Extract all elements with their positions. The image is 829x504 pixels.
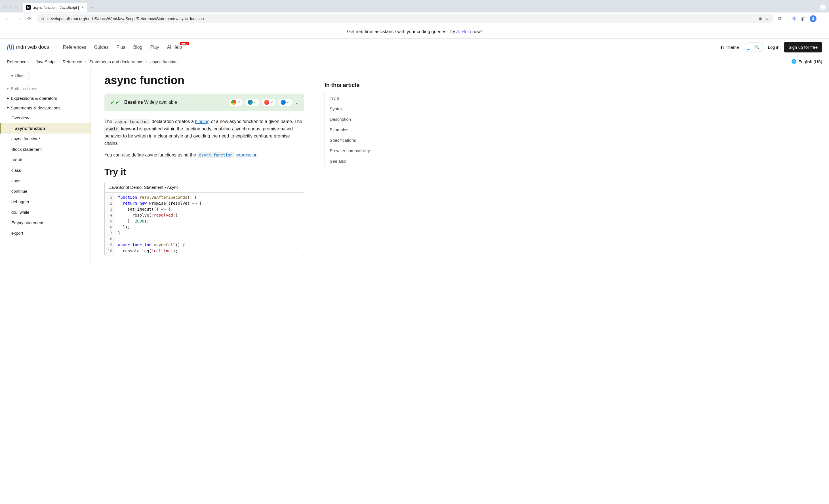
crumb-reference[interactable]: Reference (63, 59, 82, 64)
filter-label: Filter (15, 74, 24, 78)
baseline-check-icon: ✓✓ (110, 99, 120, 106)
browser-tab[interactable]: M async function - JavaScript | × (23, 3, 87, 12)
edge-icon (248, 100, 253, 105)
main-nav: References Guides Plus Blog Play AI Help… (63, 45, 182, 50)
browser-toolbar: ← → ⟳ ⚙ developer.allizom.org/en-US/docs… (0, 12, 829, 25)
toc-tryit[interactable]: Try it (325, 93, 385, 104)
header-right: ◐ Theme _ 🔍 Log in Sign up for free (720, 42, 822, 52)
crumb-javascript[interactable]: JavaScript (36, 59, 56, 64)
sidebar-item-async-function[interactable]: async function (0, 123, 91, 133)
demo-box: JavaScript Demo: Statement - Async 12345… (104, 182, 304, 256)
logo-icon: /\/\ (7, 43, 14, 51)
toc-specifications[interactable]: Specifications (325, 135, 385, 146)
code-editor[interactable]: 12345678910 function resolveAfter2Second… (105, 193, 304, 256)
search-box[interactable]: _ 🔍 (744, 42, 763, 52)
language-switcher[interactable]: 🌐 English (US) (791, 59, 822, 64)
toc-description[interactable]: Description (325, 114, 385, 124)
main-layout: ▾ Filter ▸ Built-in objects ▸ Expression… (0, 67, 829, 263)
nav-plus[interactable]: Plus (116, 45, 125, 50)
browser-chrome: M async function - JavaScript | × + ⌄ ← … (0, 0, 829, 25)
tab-overflow-icon[interactable]: ⌄ (820, 4, 826, 10)
login-button[interactable]: Log in (768, 45, 780, 50)
code-content[interactable]: function resolveAfter2Seconds() { return… (115, 193, 205, 256)
nav-guides[interactable]: Guides (94, 45, 109, 50)
mdn-logo[interactable]: /\/\ mdn web docs _ (7, 43, 54, 51)
beta-badge: BETA (180, 42, 189, 45)
browser-badges: ✓ ✓ ✓ ✓ ⌄ (229, 99, 298, 106)
signup-button[interactable]: Sign up for free (784, 42, 822, 52)
breadcrumb-bar: References› JavaScript› Reference› State… (0, 56, 829, 67)
chevron-down-icon[interactable]: ⌄ (295, 100, 298, 105)
bookmark-icon[interactable]: ☆ (765, 16, 769, 21)
sidebar-section-expressions[interactable]: ▸ Expressions & operators (0, 93, 91, 103)
sidebar-item-block[interactable]: Block statement (0, 144, 91, 154)
forward-button[interactable]: → (15, 15, 22, 23)
back-button[interactable]: ← (3, 15, 11, 23)
tryit-heading: Try it (104, 167, 304, 177)
labs-icon[interactable]: ⚗ (792, 16, 797, 21)
baseline-widget[interactable]: ✓✓ Baseline Widely available ✓ ✓ ✓ ✓ ⌄ (104, 93, 304, 111)
sidebar-item-continue[interactable]: continue (0, 186, 91, 196)
link-async-expression[interactable]: async function expression (197, 153, 258, 157)
profile-avatar[interactable] (810, 15, 817, 22)
sidebar-item-break[interactable]: break (0, 154, 91, 165)
install-app-icon[interactable]: ⊞ (759, 16, 762, 21)
close-window[interactable] (3, 6, 7, 9)
search-cursor: _ (747, 45, 750, 50)
nav-ai-help[interactable]: AI HelpBETA (167, 45, 182, 50)
menu-icon[interactable]: ⋮ (821, 16, 826, 21)
sidepanel-icon[interactable]: ◧ (801, 16, 806, 21)
sidebar-item-export[interactable]: export (0, 228, 91, 238)
line-numbers: 12345678910 (105, 193, 115, 256)
link-binding[interactable]: binding (195, 119, 210, 124)
code-async-function: async function (113, 119, 150, 124)
toc-browser-compat[interactable]: Browser compatibility (325, 146, 385, 156)
reload-button[interactable]: ⟳ (26, 14, 33, 23)
search-icon: 🔍 (754, 44, 760, 50)
crumb-current[interactable]: async function (150, 59, 178, 64)
logo-text: mdn web docs (16, 44, 49, 50)
url-bar[interactable]: ⚙ developer.allizom.org/en-US/docs/Web/J… (37, 14, 773, 23)
toolbar-icons: ⧉ | ⚗ ◧ ⋮ (778, 15, 826, 22)
breadcrumb: References› JavaScript› Reference› State… (7, 59, 178, 64)
crumb-references[interactable]: References (7, 59, 29, 64)
nav-references[interactable]: References (63, 45, 86, 50)
filter-input[interactable]: ▾ Filter (7, 72, 30, 80)
sidebar-item-overview[interactable]: Overview (0, 113, 91, 123)
banner-text: Get real-time assistance with your codin… (347, 29, 456, 34)
sidebar-item-debugger[interactable]: debugger (0, 196, 91, 207)
intro-paragraph-2: You can also define async functions usin… (104, 151, 304, 159)
ai-help-link[interactable]: AI Help (456, 29, 471, 34)
minimize-window[interactable] (9, 6, 12, 9)
svg-point-0 (812, 17, 814, 19)
sidebar-item-async-function-star[interactable]: async function* (0, 133, 91, 144)
sidebar-item-const[interactable]: const (0, 176, 91, 186)
globe-icon: 🌐 (791, 59, 797, 64)
toc-see-also[interactable]: See also (325, 156, 385, 166)
banner-text-after: now! (471, 29, 482, 34)
sidebar-item-class[interactable]: class (0, 165, 91, 176)
sidebar: ▾ Filter ▸ Built-in objects ▸ Expression… (0, 67, 91, 263)
table-of-contents: In this article Try it Syntax Descriptio… (318, 67, 392, 263)
close-tab-icon[interactable]: × (81, 5, 83, 10)
sidebar-item-empty[interactable]: Empty statement (0, 218, 91, 228)
url-text: developer.allizom.org/en-US/docs/Web/Jav… (47, 16, 204, 21)
sidebar-section-statements[interactable]: ▾ Statements & declarations (0, 103, 91, 113)
chrome-icon (231, 100, 236, 105)
sidebar-section-builtin[interactable]: ▸ Built-in objects (0, 84, 91, 93)
new-tab-icon[interactable]: + (91, 4, 94, 10)
safari-badge: ✓ (278, 99, 292, 106)
theme-toggle[interactable]: ◐ Theme (720, 45, 739, 50)
nav-blog[interactable]: Blog (133, 45, 142, 50)
site-settings-icon[interactable]: ⚙ (41, 17, 44, 21)
page-title: async function (104, 74, 304, 87)
maximize-window[interactable] (15, 6, 18, 9)
edge-badge: ✓ (245, 99, 259, 106)
theme-icon: ◐ (720, 45, 724, 50)
extensions-icon[interactable]: ⧉ (778, 16, 783, 21)
crumb-statements[interactable]: Statements and declarations (89, 59, 143, 64)
sidebar-item-do-while[interactable]: do...while (0, 207, 91, 218)
toc-syntax[interactable]: Syntax (325, 104, 385, 114)
toc-examples[interactable]: Examples (325, 124, 385, 135)
nav-play[interactable]: Play (150, 45, 159, 50)
